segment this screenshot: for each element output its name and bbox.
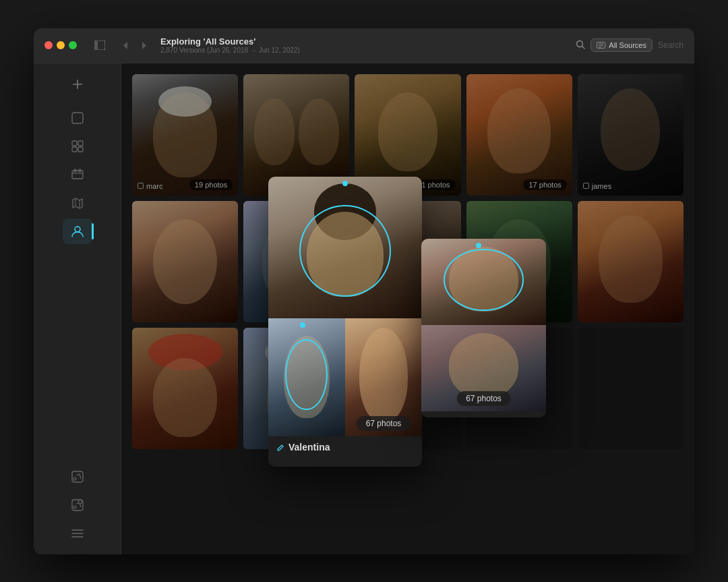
valentina-name: Valentina bbox=[289, 442, 330, 453]
svg-line-3 bbox=[582, 46, 585, 49]
close-button[interactable] bbox=[44, 41, 53, 49]
face-tracking-dot-1 bbox=[342, 181, 348, 186]
svg-rect-11 bbox=[72, 141, 77, 146]
face-tracking-dot-2 bbox=[300, 322, 305, 328]
title-info: Exploring 'All Sources' 2,870 Versions (… bbox=[160, 36, 568, 54]
photo-area: marc 19 photos bbox=[121, 63, 694, 554]
sidebar-albums-button[interactable] bbox=[63, 162, 92, 187]
window-title: Exploring 'All Sources' bbox=[160, 36, 568, 47]
maximize-button[interactable] bbox=[69, 41, 77, 49]
main-content: marc 19 photos bbox=[34, 63, 694, 554]
minimize-button[interactable] bbox=[57, 41, 65, 49]
svg-rect-10 bbox=[72, 113, 83, 123]
sidebar-toggle-button[interactable] bbox=[90, 36, 109, 55]
sidebar-import-button[interactable] bbox=[63, 464, 92, 490]
back-button[interactable] bbox=[117, 37, 133, 53]
sidebar-export-button[interactable] bbox=[63, 492, 92, 518]
face-tracking-dot-3 bbox=[476, 243, 481, 248]
svg-rect-14 bbox=[78, 147, 83, 152]
nav-arrows bbox=[117, 37, 152, 53]
valentina-count: 67 photos bbox=[357, 416, 411, 431]
svg-point-23 bbox=[73, 477, 76, 480]
svg-point-25 bbox=[73, 506, 76, 508]
sidebar bbox=[34, 63, 121, 554]
sidebar-library-button[interactable] bbox=[63, 105, 92, 131]
svg-rect-12 bbox=[78, 141, 83, 146]
valentina-popup[interactable]: 67 photos Valentina bbox=[268, 177, 422, 467]
svg-point-26 bbox=[78, 500, 82, 504]
sidebar-add-button[interactable] bbox=[63, 71, 92, 97]
svg-rect-1 bbox=[94, 40, 98, 50]
sidebar-people-button[interactable] bbox=[63, 219, 92, 244]
small-woman-count: 67 photos bbox=[456, 391, 511, 406]
window-subtitle: 2,870 Versions (Jun 26, 2018 → Jun 12, 2… bbox=[160, 47, 568, 54]
sidebar-menu-button[interactable] bbox=[63, 521, 92, 546]
sidebar-grid-button[interactable] bbox=[63, 134, 92, 159]
small-woman-popup[interactable]: 67 photos bbox=[421, 239, 546, 417]
sidebar-bottom bbox=[63, 464, 92, 546]
sidebar-map-button[interactable] bbox=[63, 190, 92, 216]
sources-filter[interactable]: All Sources bbox=[590, 38, 653, 52]
svg-rect-13 bbox=[72, 147, 77, 152]
svg-rect-22 bbox=[72, 471, 83, 482]
search-area: All Sources Search bbox=[576, 38, 684, 52]
svg-rect-15 bbox=[72, 171, 83, 179]
app-window: Exploring 'All Sources' 2,870 Versions (… bbox=[34, 28, 694, 554]
traffic-lights bbox=[44, 41, 77, 49]
sources-label: All Sources bbox=[609, 41, 646, 49]
search-placeholder[interactable]: Search bbox=[658, 40, 684, 50]
forward-button[interactable] bbox=[136, 37, 152, 53]
valentina-name-row[interactable]: Valentina bbox=[268, 436, 422, 458]
title-bar: Exploring 'All Sources' 2,870 Versions (… bbox=[34, 28, 694, 63]
svg-point-21 bbox=[75, 227, 80, 232]
search-button[interactable] bbox=[576, 40, 585, 51]
